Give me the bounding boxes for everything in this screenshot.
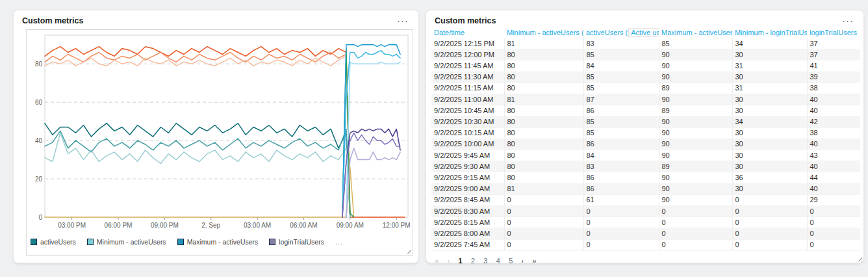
cell-value: 86 xyxy=(583,172,659,183)
column-header-1[interactable]: Date/time xyxy=(431,27,504,38)
cell-value: 90 xyxy=(659,60,732,72)
cell-value: 84 xyxy=(583,60,659,72)
cell-datetime: 9/2/2025 7:45 AM xyxy=(431,239,504,250)
legend-swatch-icon xyxy=(269,239,275,245)
cell-value: 40 xyxy=(807,138,860,150)
cell-value: 40 xyxy=(807,94,860,105)
chart-panel-menu-icon[interactable]: ··· xyxy=(395,19,411,23)
cell-value: 83 xyxy=(583,38,659,49)
cell-value: 85 xyxy=(583,83,659,94)
legend-swatch-icon xyxy=(177,239,184,245)
table-row: 9/2/2025 10:45 AM8086893040 xyxy=(431,105,860,116)
resize-handle-icon[interactable] xyxy=(406,248,411,254)
cell-value: 80 xyxy=(504,161,583,172)
metrics-dashboard: Custom metrics ··· 02040608003:00 PM06:0… xyxy=(0,0,868,277)
pagination: «‹12345›» xyxy=(435,257,863,265)
cell-value: 80 xyxy=(504,105,583,116)
cell-value: 80 xyxy=(504,150,583,161)
legend-item-label: activeUsers xyxy=(40,238,76,246)
cell-value: 86 xyxy=(583,105,659,116)
page-prev[interactable]: ‹ xyxy=(447,257,450,265)
cell-value: 83 xyxy=(583,161,659,172)
cell-value: 84 xyxy=(583,150,659,161)
column-header-4[interactable]: Maximum - activeUsers ( xyxy=(659,27,732,38)
cell-value: 38 xyxy=(807,83,860,94)
legend-item-more[interactable]: ... xyxy=(335,238,343,246)
legend-item-maximum-activeusers[interactable]: Maximum - activeUsers xyxy=(177,238,259,246)
cell-value: 90 xyxy=(659,194,732,205)
cell-value: 0 xyxy=(732,194,807,205)
column-header-label: loginTrialUsers xyxy=(810,29,857,36)
cell-value: 80 xyxy=(504,60,583,72)
cell-datetime: 9/2/2025 11:00 AM xyxy=(431,94,504,105)
cell-datetime: 9/2/2025 11:15 AM xyxy=(431,83,504,94)
page-3[interactable]: 3 xyxy=(483,257,487,265)
svg-text:60: 60 xyxy=(35,99,43,106)
table-row: 9/2/2025 12:00 PM8085903037 xyxy=(431,49,860,60)
page-1[interactable]: 1 xyxy=(458,257,462,265)
legend-item-label: Maximum - activeUsers xyxy=(187,238,259,246)
cell-value: 44 xyxy=(807,172,860,183)
svg-text:40: 40 xyxy=(35,137,43,144)
cell-datetime: 9/2/2025 8:00 AM xyxy=(431,228,504,239)
cell-value: 30 xyxy=(732,72,807,83)
cell-value: 81 xyxy=(504,38,583,49)
cell-value: 0 xyxy=(807,239,860,250)
column-header-6[interactable]: loginTrialUsers xyxy=(807,27,860,38)
cell-value: 85 xyxy=(583,72,659,83)
cell-value: 40 xyxy=(807,183,860,194)
metrics-line-chart: 02040608003:00 PM06:00 PM09:00 PM2. Sep0… xyxy=(27,30,413,234)
page-2[interactable]: 2 xyxy=(471,257,475,265)
cell-value: 61 xyxy=(583,194,659,205)
cell-value: 39 xyxy=(807,72,860,83)
page-first[interactable]: « xyxy=(435,257,439,265)
cell-value: 86 xyxy=(583,183,659,194)
column-header-tooltip: Active user xyxy=(629,29,659,36)
cell-value: 30 xyxy=(732,105,807,116)
cell-value: 85 xyxy=(583,49,659,60)
table-row: 9/2/2025 10:30 AM8085903442 xyxy=(431,116,860,127)
table-row: 9/2/2025 10:15 AM8085903038 xyxy=(431,127,860,138)
legend-item-minimum-activeusers[interactable]: Minimum - activeUsers xyxy=(87,238,166,246)
cell-datetime: 9/2/2025 12:00 PM xyxy=(431,49,504,60)
svg-text:20: 20 xyxy=(35,176,43,183)
table-panel-menu-icon[interactable]: ··· xyxy=(840,19,856,23)
legend-item-label: Minimum - activeUsers xyxy=(97,238,166,246)
cell-value: 40 xyxy=(807,105,860,116)
page-last[interactable]: » xyxy=(532,257,536,265)
legend-item-activeusers[interactable]: activeUsers xyxy=(31,238,76,246)
cell-value: 0 xyxy=(659,239,732,250)
cell-value: 85 xyxy=(583,116,659,127)
page-4[interactable]: 4 xyxy=(496,257,500,265)
chart-panel: Custom metrics ··· 02040608003:00 PM06:0… xyxy=(13,10,419,263)
cell-value: 37 xyxy=(807,49,860,60)
cell-value: 29 xyxy=(807,194,860,205)
legend-item-logintrialusers[interactable]: loginTrialUsers xyxy=(269,238,324,246)
cell-value: 34 xyxy=(732,116,807,127)
cell-value: 0 xyxy=(732,239,807,250)
column-header-5[interactable]: Minimum - loginTrialUse xyxy=(732,27,807,38)
cell-datetime: 9/2/2025 12:15 PM xyxy=(431,38,504,49)
column-header-3[interactable]: activeUsers (Active user xyxy=(583,27,659,38)
cell-value: 37 xyxy=(807,38,860,49)
cell-datetime: 9/2/2025 8:30 AM xyxy=(431,206,504,217)
cell-value: 40 xyxy=(807,161,860,172)
column-header-2[interactable]: Minimum - activeUsers ( xyxy=(504,27,583,38)
cell-value: 0 xyxy=(504,228,583,239)
cell-value: 81 xyxy=(504,94,583,105)
svg-text:0: 0 xyxy=(38,214,42,221)
cell-value: 30 xyxy=(732,94,807,105)
column-header-label: Minimum - activeUsers ( xyxy=(507,29,583,36)
cell-value: 30 xyxy=(732,150,807,161)
page-next[interactable]: › xyxy=(521,257,524,265)
cell-value: 0 xyxy=(583,228,659,239)
cell-datetime: 9/2/2025 10:15 AM xyxy=(431,127,504,138)
cell-value: 36 xyxy=(732,172,807,183)
table-row: 9/2/2025 9:45 AM8084903043 xyxy=(431,150,860,161)
table-row: 9/2/2025 12:15 PM8183853437 xyxy=(431,38,860,49)
svg-text:06:00 AM: 06:00 AM xyxy=(290,222,317,229)
cell-datetime: 9/2/2025 9:30 AM xyxy=(431,161,504,172)
cell-value: 80 xyxy=(504,72,583,83)
page-5[interactable]: 5 xyxy=(509,257,513,265)
chart-widget[interactable]: 02040608003:00 PM06:00 PM09:00 PM2. Sep0… xyxy=(26,29,413,256)
